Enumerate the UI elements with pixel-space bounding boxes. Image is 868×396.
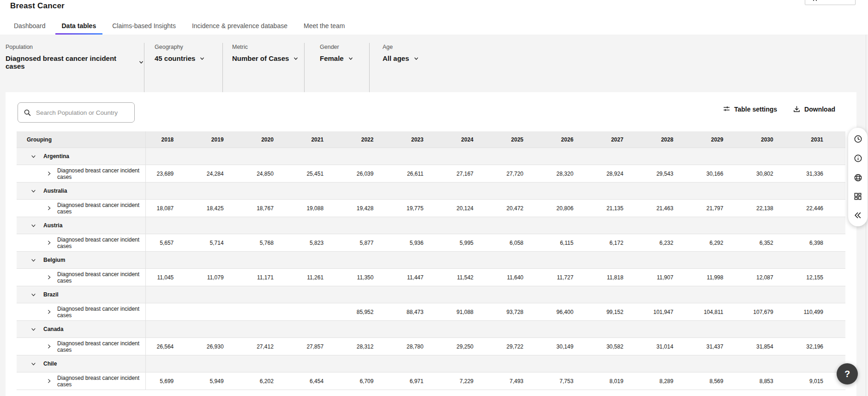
filter-label: Age [383, 44, 419, 50]
empty-cell [246, 217, 296, 234]
chevron-right-icon[interactable] [46, 274, 52, 280]
country-group-cell[interactable]: Brazil [17, 286, 146, 303]
country-group-row-canada[interactable]: Canada [17, 321, 845, 338]
value-cell: 18,425 [196, 200, 245, 217]
empty-cell [496, 321, 545, 337]
history-button[interactable] [853, 134, 863, 144]
chevron-right-icon[interactable] [46, 378, 52, 384]
country-group-cell[interactable]: Belgium [17, 252, 146, 268]
value-cell [146, 303, 196, 320]
empty-cell [395, 321, 445, 337]
data-table: Grouping20182019202020212022202320242025… [17, 131, 845, 390]
country-group-row-chile[interactable]: Chile [17, 355, 845, 372]
chevron-down-icon[interactable] [30, 257, 36, 263]
measure-label: Diagnosed breast cancer incident cases [57, 375, 145, 388]
empty-cell [395, 148, 445, 165]
value-cell: 31,437 [695, 338, 745, 355]
empty-cell [646, 321, 695, 337]
measure-row-argentina: Diagnosed breast cancer incident cases23… [17, 165, 845, 183]
country-group-row-austria[interactable]: Austria [17, 217, 845, 234]
chevron-down-icon[interactable] [30, 188, 36, 194]
country-group-row-belgium[interactable]: Belgium [17, 252, 845, 269]
value-cell: 26,564 [146, 338, 196, 355]
empty-cell [646, 252, 695, 268]
empty-cell [545, 252, 595, 268]
chevron-down-icon[interactable] [30, 223, 36, 229]
year-header: 2029 [695, 131, 745, 148]
value-cell: 22,138 [745, 200, 795, 217]
globe-button[interactable] [853, 173, 863, 183]
empty-cell [646, 286, 695, 303]
dashboard-grid-icon [853, 192, 862, 201]
chevron-right-icon[interactable] [46, 309, 52, 315]
country-group-row-brazil[interactable]: Brazil [17, 286, 845, 303]
country-group-cell[interactable]: Australia [17, 183, 146, 199]
collapse-panel-button[interactable] [853, 211, 862, 220]
chevron-right-icon[interactable] [46, 205, 52, 211]
value-cell: 93,728 [496, 303, 545, 320]
filter-value-dropdown[interactable]: Number of Cases [232, 54, 304, 62]
measure-label-cell[interactable]: Diagnosed breast cancer incident cases [17, 269, 146, 286]
value-cell: 12,155 [796, 269, 845, 286]
country-group-row-australia[interactable]: Australia [17, 183, 845, 200]
measure-label: Diagnosed breast cancer incident cases [57, 271, 145, 284]
empty-cell [346, 321, 395, 337]
measure-label-cell[interactable]: Diagnosed breast cancer incident cases [17, 200, 146, 217]
save-view-button[interactable]: Save view [805, 0, 856, 5]
country-group-cell[interactable]: Austria [17, 217, 146, 234]
chevron-right-icon[interactable] [46, 240, 52, 246]
chevron-down-icon [348, 56, 353, 61]
chevron-down-icon[interactable] [30, 326, 36, 332]
country-group-cell[interactable]: Canada [17, 321, 146, 337]
value-cell: 11,261 [296, 269, 346, 286]
tab-data-tables[interactable]: Data tables [55, 18, 103, 35]
measure-label-cell[interactable]: Diagnosed breast cancer incident cases [17, 372, 146, 390]
value-cell: 11,818 [596, 269, 646, 286]
empty-cell [146, 252, 196, 268]
country-group-row-argentina[interactable]: Argentina [17, 148, 845, 165]
measure-label-cell[interactable]: Diagnosed breast cancer incident cases [17, 165, 146, 182]
search-input[interactable] [36, 109, 129, 116]
filter-value-dropdown[interactable]: Female [320, 54, 369, 62]
measure-label: Diagnosed breast cancer incident cases [57, 236, 145, 249]
filter-value-dropdown[interactable]: Diagnosed breast cancer incident cases [6, 54, 144, 70]
chevron-right-icon[interactable] [46, 343, 52, 349]
measure-label-cell[interactable]: Diagnosed breast cancer incident cases [17, 234, 146, 251]
help-button[interactable]: ? [837, 363, 858, 384]
tab-incidence-prevalence-database[interactable]: Incidence & prevalence database [186, 18, 294, 35]
filter-label: Geography [155, 44, 222, 50]
tab-meet-the-team[interactable]: Meet the team [297, 18, 352, 35]
chevron-down-icon[interactable] [30, 292, 36, 298]
empty-cell [196, 286, 245, 303]
table-settings-button[interactable]: Table settings [723, 105, 777, 113]
country-group-cell[interactable]: Argentina [17, 148, 146, 165]
value-cell: 20,806 [545, 200, 595, 217]
chevron-down-icon[interactable] [30, 361, 36, 367]
empty-cell [395, 252, 445, 268]
empty-cell [196, 355, 245, 372]
value-cell [246, 303, 296, 320]
country-group-cell[interactable]: Chile [17, 355, 146, 372]
measure-label-cell[interactable]: Diagnosed breast cancer incident cases [17, 338, 146, 355]
value-cell: 11,447 [395, 269, 445, 286]
value-cell: 11,542 [446, 269, 496, 286]
download-button[interactable]: Download [793, 105, 835, 113]
empty-cell [296, 183, 346, 199]
search-box[interactable] [18, 102, 135, 123]
filter-label: Metric [232, 44, 304, 50]
tab-dashboard[interactable]: Dashboard [7, 18, 52, 35]
filter-value-dropdown[interactable]: All ages [383, 54, 419, 62]
empty-cell [496, 148, 545, 165]
measure-label-cell[interactable]: Diagnosed breast cancer incident cases [17, 303, 146, 320]
chevron-right-icon[interactable] [46, 171, 52, 177]
value-cell: 27,857 [296, 338, 346, 355]
info-button[interactable] [853, 154, 863, 163]
chevron-down-icon[interactable] [30, 154, 36, 160]
value-cell: 26,039 [346, 165, 395, 182]
dashboard-grid-button[interactable] [853, 192, 862, 201]
value-cell: 99,152 [596, 303, 646, 320]
value-cell: 104,811 [695, 303, 745, 320]
tab-claims-based-insights[interactable]: Claims-based Insights [106, 18, 182, 35]
filter-value-dropdown[interactable]: 45 countries [155, 54, 222, 62]
empty-cell [346, 148, 395, 165]
